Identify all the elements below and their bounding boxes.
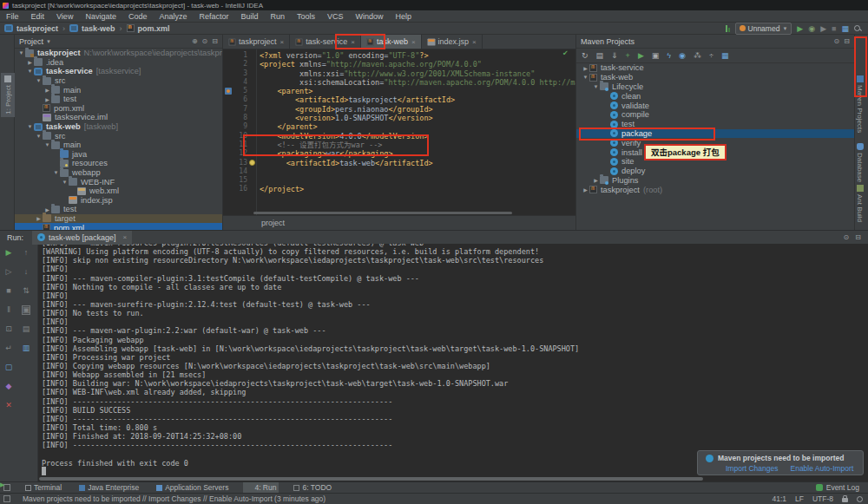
hide-icon[interactable]: ⊟ <box>855 233 861 242</box>
run-tab[interactable]: task-web [package] × <box>32 231 132 245</box>
close-icon[interactable]: × <box>280 38 285 46</box>
tool-window-button[interactable]: 4: Run <box>243 482 279 494</box>
expand-arrow-icon[interactable]: ▶ <box>43 96 51 102</box>
clear-console-button[interactable]: ▥ <box>23 344 30 352</box>
tree-row[interactable]: validate <box>576 101 854 110</box>
exit-button[interactable]: ↵ <box>5 344 12 352</box>
caret-position-widget[interactable]: 41:1 <box>772 494 786 503</box>
menu-item[interactable]: Refactor <box>193 12 234 21</box>
tool-window-button[interactable]: 6: TODO <box>291 482 334 494</box>
tool-window-stripe-button[interactable]: Database <box>856 141 864 185</box>
coverage-button[interactable]: ▶ <box>820 24 826 33</box>
menu-item[interactable]: Tools <box>291 12 321 21</box>
close-icon[interactable]: × <box>411 38 416 46</box>
encoding-widget[interactable]: UTF-8 <box>812 494 833 503</box>
tool-window-stripe-button[interactable]: Maven Projects <box>856 73 864 135</box>
soft-wrap-button[interactable]: ⇅ <box>23 287 30 295</box>
tree-row[interactable]: ▼ WEB-INF <box>15 177 222 187</box>
collapse-all-icon[interactable]: ÷ <box>709 51 713 60</box>
menu-item[interactable]: VCS <box>321 12 350 21</box>
tree-row[interactable]: pom.xml <box>15 223 222 230</box>
event-log-button[interactable]: Event Log <box>816 483 859 492</box>
editor-tab[interactable]: task-service × <box>290 35 361 49</box>
expand-arrow-icon[interactable]: ▶ <box>582 187 589 193</box>
tool-window-stripe-button[interactable]: Ant Build <box>856 182 864 225</box>
tree-row[interactable]: ▼ taskproject N:\work\workspace\iedaproj… <box>15 49 222 58</box>
tool-window-button[interactable]: Terminal <box>23 482 64 494</box>
hide-icon[interactable]: ⊟ <box>844 37 850 46</box>
expand-arrow-icon[interactable]: ▶ <box>26 59 34 65</box>
lock-icon[interactable] <box>842 498 848 502</box>
expand-arrow-icon[interactable]: ▼ <box>17 50 25 56</box>
expand-arrow-icon[interactable]: ▼ <box>26 69 34 74</box>
run-dashboard-icon[interactable]: ▷ <box>6 268 12 276</box>
expand-arrow-icon[interactable]: ▼ <box>61 180 69 185</box>
hector-inspection-icon[interactable] <box>857 496 863 502</box>
project-panel-title[interactable]: Project <box>19 37 43 46</box>
expand-arrow-icon[interactable]: ▶ <box>582 65 589 71</box>
attach-icon[interactable]: ◆ <box>6 383 12 390</box>
tree-row[interactable]: ▶ test <box>15 95 222 104</box>
generate-sources-icon[interactable]: ▤ <box>596 51 604 60</box>
show-console-icon[interactable]: ▢ <box>5 363 13 371</box>
tree-row[interactable]: ▶ target <box>15 214 222 224</box>
tree-row[interactable]: ▼ src <box>15 131 222 141</box>
scroll-to-end-button[interactable]: ▣ <box>22 305 31 315</box>
execute-goal-icon[interactable]: ▣ <box>652 51 660 60</box>
tree-row[interactable]: ▼ src <box>15 76 222 86</box>
menu-item[interactable]: Code <box>122 12 154 21</box>
expand-arrow-icon[interactable]: ▼ <box>43 142 51 147</box>
expand-arrow-icon[interactable]: ▶ <box>43 87 51 93</box>
expand-arrow-icon[interactable]: ▼ <box>35 134 43 139</box>
run-configuration-selector[interactable]: Unnamed ▼ <box>735 23 792 35</box>
tree-row[interactable]: deploy <box>576 167 854 176</box>
tree-row[interactable]: ▶ task-service <box>576 63 854 73</box>
close-icon[interactable]: × <box>123 233 128 241</box>
console-horizontal-scrollbar[interactable] <box>39 477 703 481</box>
maven-settings-icon[interactable]: ▦ <box>721 51 729 60</box>
notification-link[interactable]: Import Changes <box>726 464 778 473</box>
editor-tab[interactable]: task-web × <box>361 35 422 49</box>
add-maven-project-icon[interactable]: + <box>626 51 630 60</box>
menu-item[interactable]: Help <box>390 12 418 21</box>
tree-row[interactable]: ▶ main <box>15 85 222 95</box>
menu-item[interactable]: Edit <box>25 12 51 21</box>
menu-item[interactable]: Window <box>350 12 390 21</box>
run-console-output[interactable]: [INFO] --- maven-resources-plugin:2.6:te… <box>42 244 865 476</box>
tree-row[interactable]: ▼ task-web <box>576 73 854 82</box>
tree-row[interactable]: ▼ main <box>15 141 222 150</box>
tree-row[interactable]: ▼ task-service [taskservice] <box>15 67 222 76</box>
tree-row[interactable]: ▶ Plugins <box>576 176 854 186</box>
status-message[interactable]: Maven projects need to be imported // Im… <box>23 494 326 503</box>
tool-window-button[interactable]: Java Enterprise <box>76 482 141 494</box>
menu-item[interactable]: Analyze <box>153 12 193 21</box>
close-icon[interactable]: × <box>351 38 355 46</box>
menu-item[interactable]: View <box>50 12 79 21</box>
expand-arrow-icon[interactable]: ▼ <box>35 78 43 83</box>
prev-message-button[interactable]: ↑ <box>24 249 29 257</box>
tool-window-button[interactable]: Application Servers <box>154 482 231 494</box>
editor-horizontal-scrollbar[interactable] <box>253 212 512 214</box>
stop-button[interactable]: ■ <box>832 24 836 33</box>
hide-icon[interactable]: ⊟ <box>212 37 218 46</box>
tree-row[interactable]: package <box>576 129 854 139</box>
tool-window-switcher-icon[interactable] <box>3 495 10 502</box>
tree-row[interactable]: pom.xml <box>15 104 222 114</box>
tree-row[interactable]: ▼ Lifecycle <box>576 82 854 92</box>
offline-mode-icon[interactable]: ◉ <box>679 51 686 60</box>
tree-row[interactable]: index.jsp <box>15 196 222 206</box>
show-dependencies-icon[interactable]: ⁂ <box>694 51 701 60</box>
tree-row[interactable]: test <box>576 120 854 129</box>
pause-output-button[interactable]: ‖ <box>7 306 10 314</box>
search-icon[interactable] <box>854 25 861 32</box>
next-message-button[interactable]: ↓ <box>24 268 29 276</box>
breadcrumb-item[interactable]: taskproject <box>4 24 58 33</box>
rerun-button[interactable]: ▶ <box>6 249 12 257</box>
tool-window-stripe-button[interactable]: 1: Project <box>1 73 15 117</box>
run-build-icon[interactable]: ▶ <box>638 51 644 60</box>
breadcrumb-item[interactable]: › task-web <box>62 24 115 33</box>
settings-icon[interactable]: ⊙ <box>844 233 850 242</box>
tree-row[interactable]: compile <box>576 110 854 120</box>
expand-arrow-icon[interactable]: ▼ <box>582 75 589 80</box>
close-button[interactable]: ✕ <box>5 402 12 409</box>
